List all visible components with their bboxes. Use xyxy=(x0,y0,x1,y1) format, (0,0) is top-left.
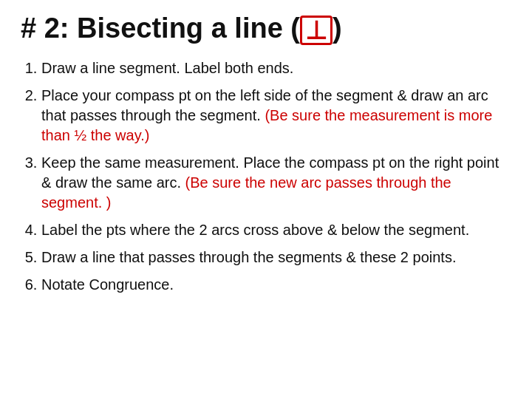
content-area: Draw a line segment. Label both ends. Pl… xyxy=(21,58,511,386)
step-text: Draw a line that passes through the segm… xyxy=(41,249,456,265)
list-item: Draw a line segment. Label both ends. xyxy=(41,58,511,78)
page-title: # 2: Bisecting a line (⊥) xyxy=(21,13,511,45)
steps-list: Draw a line segment. Label both ends. Pl… xyxy=(21,58,511,295)
list-item: Label the pts where the 2 arcs cross abo… xyxy=(41,220,511,240)
list-item: Place your compass pt on the left side o… xyxy=(41,86,511,146)
perp-symbol: ⊥ xyxy=(300,16,332,45)
step-text: Label the pts where the 2 arcs cross abo… xyxy=(41,222,469,238)
title-suffix: ) xyxy=(332,13,342,44)
list-item: Draw a line that passes through the segm… xyxy=(41,248,511,267)
page: # 2: Bisecting a line (⊥) Draw a line se… xyxy=(0,0,532,399)
list-item: Keep the same measurement. Place the com… xyxy=(41,153,511,213)
list-item: Notate Congruence. xyxy=(41,275,511,295)
step-text: Notate Congruence. xyxy=(41,276,174,293)
step-text: Draw a line segment. Label both ends. xyxy=(41,60,293,76)
title-prefix: # 2: Bisecting a line ( xyxy=(21,13,300,44)
